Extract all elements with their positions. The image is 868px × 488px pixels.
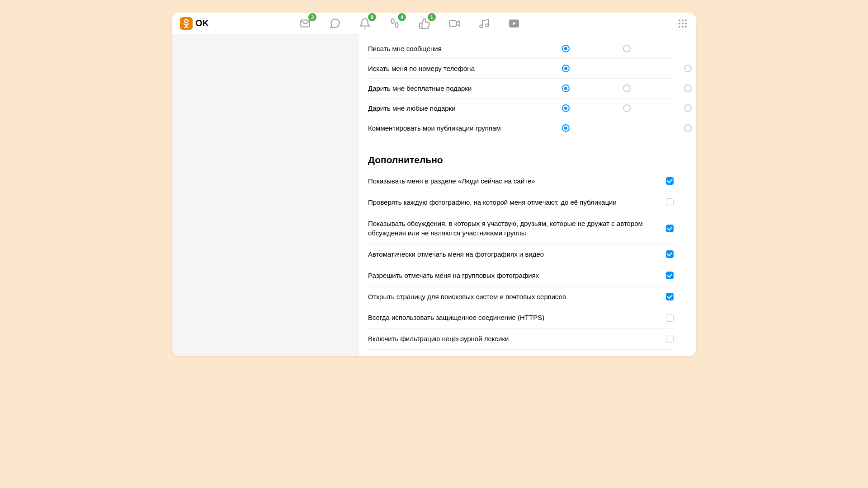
additional-checkbox[interactable] [666,198,674,206]
nav-steps[interactable]: 4 [389,18,401,29]
svg-point-12 [682,23,684,24]
nav-mail[interactable]: 3 [299,18,311,29]
nav-like[interactable]: 1 [419,18,430,29]
svg-rect-4 [449,20,456,26]
brand-text: OK [195,18,209,28]
nav-bell[interactable]: 9 [359,18,371,29]
privacy-row-label: Писать мне сообщения [368,45,535,52]
additional-checkbox[interactable] [666,225,674,232]
privacy-row-label: Дарить мне любые подарки [368,104,535,112]
privacy-row: Дарить мне бесплатные подарки [368,79,674,99]
privacy-radio[interactable] [562,65,570,72]
privacy-radio[interactable] [684,104,692,112]
additional-row-label: Всегда использовать защищенное соединени… [368,313,657,323]
svg-point-2 [391,19,394,23]
privacy-row-label: Дарить мне бесплатные подарки [368,84,535,92]
nav: 3 9 4 1 [299,18,520,29]
privacy-row: Дарить мне любые подарки [368,99,674,118]
additional-row: Всегда использовать защищенное соединени… [368,307,674,328]
privacy-row: Писать мне сообщения [368,39,674,59]
additional-row: Разрешить отмечать меня на групповых фот… [368,265,674,286]
section-title-additional: Дополнительно [368,155,674,165]
privacy-radio[interactable] [562,45,570,52]
svg-point-3 [395,22,398,27]
privacy-row-label: Комментировать мои публикации группам [368,124,535,132]
app-window: OK 3 9 4 1 [172,13,696,356]
additional-checkbox[interactable] [666,250,674,258]
additional-checkbox[interactable] [666,314,674,322]
steps-badge: 4 [398,13,406,21]
privacy-radio[interactable] [684,65,692,72]
additional-row-label: Показывать меня в разделе «Люди сейчас н… [368,176,657,186]
privacy-row: Комментировать мои публикации группам [368,118,674,138]
privacy-radio[interactable] [684,84,692,92]
privacy-radio[interactable] [623,45,631,52]
nav-chat[interactable] [329,18,341,29]
privacy-radio[interactable] [623,84,631,92]
privacy-row-label: Искать меня по номеру телефона [368,65,535,72]
additional-row-label: Разрешить всем, у кого есть мой номер те… [368,355,657,356]
additional-row: Разрешить всем, у кого есть мой номер те… [368,350,674,356]
additional-row: Открыть страницу для поисковых систем и … [368,286,674,308]
additional-row: Показывать обсуждения, в которых я участ… [368,213,674,244]
mail-badge: 3 [308,13,316,21]
svg-point-16 [685,26,687,28]
privacy-radio[interactable] [562,124,570,132]
nav-video[interactable] [508,18,520,29]
top-bar: OK 3 9 4 1 [172,13,696,34]
apps-grid-icon[interactable] [677,18,688,29]
additional-checkbox[interactable] [666,335,674,343]
privacy-radio[interactable] [562,84,570,92]
additional-row: Показывать меня в разделе «Люди сейчас н… [368,171,674,192]
additional-row-label: Разрешить отмечать меня на групповых фот… [368,271,657,281]
logo[interactable]: OK [180,17,209,30]
like-badge: 1 [428,13,436,21]
svg-point-14 [679,26,680,28]
additional-row-label: Проверять каждую фотографию, на которой … [368,197,657,207]
svg-point-8 [679,19,680,21]
additional-row: Автоматически отмечать меня на фотографи… [368,244,674,265]
svg-point-13 [685,23,687,24]
svg-point-11 [679,23,680,24]
nav-calls[interactable] [448,18,460,29]
svg-point-10 [685,19,687,21]
privacy-row: Искать меня по номеру телефона [368,59,674,79]
additional-row-label: Включить фильтрацию нецензурной лексики [368,334,657,344]
additional-row-label: Открыть страницу для поисковых систем и … [368,292,657,302]
sidebar [172,34,359,356]
additional-checkbox[interactable] [666,293,674,300]
bell-badge: 9 [368,13,376,21]
body: Писать мне сообщенияИскать меня по номер… [172,34,696,356]
additional-row: Включить фильтрацию нецензурной лексики [368,328,674,350]
svg-point-0 [184,19,188,23]
settings-content: Писать мне сообщенияИскать меня по номер… [359,34,696,356]
nav-music[interactable] [478,18,490,29]
privacy-radio[interactable] [623,104,631,112]
privacy-radio[interactable] [684,124,692,132]
privacy-radio[interactable] [562,104,570,112]
additional-row-label: Показывать обсуждения, в которых я участ… [368,219,657,239]
ok-logo-icon [180,17,193,30]
additional-row: Проверять каждую фотографию, на которой … [368,192,674,213]
additional-row-label: Автоматически отмечать меня на фотографи… [368,249,657,259]
additional-checkbox[interactable] [666,177,674,185]
svg-point-9 [682,19,684,21]
additional-checkbox[interactable] [666,272,674,279]
svg-point-15 [682,26,684,28]
